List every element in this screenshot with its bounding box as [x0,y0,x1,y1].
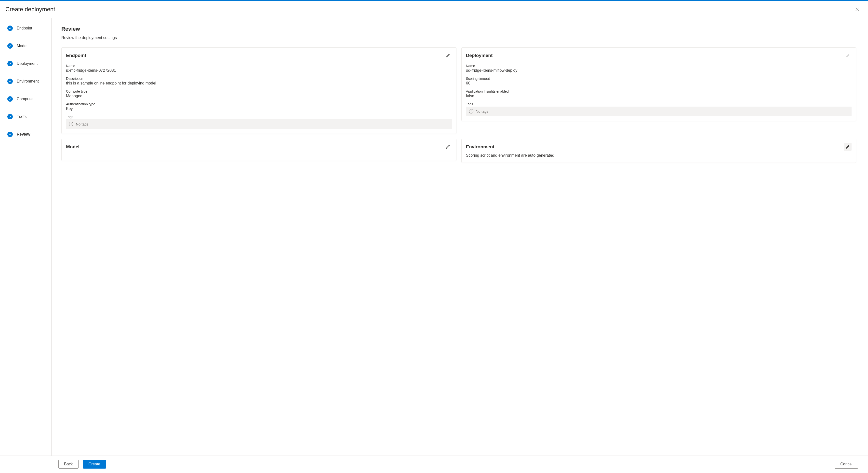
endpoint-card: Endpoint Name ic-mc-fridge-items-0727203… [61,48,457,134]
edit-environment-button[interactable] [844,143,851,151]
endpoint-compute-type-label: Compute type [66,89,452,93]
wizard-step-traffic[interactable]: Traffic [7,113,51,120]
dialog-header: Create deployment [0,1,868,18]
wizard-step-label: Endpoint [17,26,32,30]
wizard-step-label: Compute [17,97,33,101]
endpoint-name-value: ic-mc-fridge-items-07272031 [66,68,452,73]
check-icon [7,96,13,102]
endpoint-tags-box: i No tags [66,119,452,129]
page-heading: Review [61,26,856,32]
wizard-connector [10,102,10,113]
endpoint-compute-type-value: Managed [66,94,452,98]
deployment-tags-label: Tags [466,102,852,106]
wizard-step-label: Model [17,44,28,48]
check-icon [7,61,13,66]
check-icon [7,26,13,31]
model-card-title: Model [66,144,80,150]
create-button-label: Create [89,462,100,466]
deployment-appinsights-label: Application Insights enabled [466,89,852,93]
deployment-name-label: Name [466,64,852,68]
edit-endpoint-button[interactable] [444,52,452,59]
check-icon [7,114,13,119]
check-icon [7,43,13,49]
deployment-name-value: od-fridge-items-mlflow-deploy [466,68,852,73]
deployment-tags-box: i No tags [466,107,852,116]
check-icon [7,131,13,137]
wizard-step-endpoint[interactable]: Endpoint [7,25,51,32]
wizard-step-compute[interactable]: Compute [7,95,51,102]
endpoint-description-value: this is a sample online endpoint for dep… [66,81,452,86]
wizard-connector [10,32,10,42]
wizard-connector [10,49,10,60]
wizard-step-label: Environment [17,79,39,84]
deployment-card: Deployment Name od-fridge-items-mlflow-d… [461,48,857,121]
endpoint-auth-type-value: Key [66,107,452,111]
pencil-icon [845,53,850,58]
deployment-appinsights-value: false [466,94,852,98]
create-button[interactable]: Create [83,460,106,469]
endpoint-tags-empty-text: No tags [76,122,89,126]
pencil-icon [845,145,850,149]
wizard-step-deployment[interactable]: Deployment [7,60,51,67]
cancel-button[interactable]: Cancel [835,460,858,469]
deployment-card-title: Deployment [466,53,493,58]
environment-card: Environment Scoring script and environme… [461,139,857,163]
endpoint-description-label: Description [66,77,452,81]
wizard-steps-nav: Endpoint Model Deployment Environment [0,18,52,455]
check-icon [7,79,13,84]
environment-text: Scoring script and environment are auto … [466,153,852,158]
endpoint-auth-type-label: Authentication type [66,102,452,106]
pencil-icon [446,145,450,149]
endpoint-card-title: Endpoint [66,53,86,58]
deployment-timeout-value: 60 [466,81,852,86]
deployment-timeout-label: Scoring timeout [466,77,852,81]
info-icon: i [69,122,73,126]
wizard-connector [10,85,10,95]
wizard-step-label: Traffic [17,114,28,119]
wizard-step-label: Deployment [17,61,37,66]
edit-deployment-button[interactable] [844,52,851,59]
wizard-step-review[interactable]: Review [7,131,51,138]
close-button[interactable] [853,5,861,13]
environment-card-title: Environment [466,144,495,150]
dialog-footer: Back Create Cancel [0,455,868,472]
wizard-step-model[interactable]: Model [7,42,51,49]
close-icon [855,7,860,12]
wizard-connector [10,120,10,131]
back-button-label: Back [64,462,73,466]
main-scroll-area[interactable]: Review Review the deployment settings En… [52,18,868,455]
dialog-title: Create deployment [5,6,55,13]
pencil-icon [446,53,450,58]
wizard-step-environment[interactable]: Environment [7,78,51,85]
edit-model-button[interactable] [444,143,452,151]
deployment-tags-empty-text: No tags [476,109,489,114]
back-button[interactable]: Back [58,460,79,469]
endpoint-name-label: Name [66,64,452,68]
page-subtitle: Review the deployment settings [61,36,856,40]
endpoint-tags-label: Tags [66,115,452,119]
cancel-button-label: Cancel [840,462,852,466]
model-card: Model [61,139,457,161]
info-icon: i [469,109,473,114]
wizard-connector [10,67,10,78]
wizard-step-label: Review [17,132,30,137]
